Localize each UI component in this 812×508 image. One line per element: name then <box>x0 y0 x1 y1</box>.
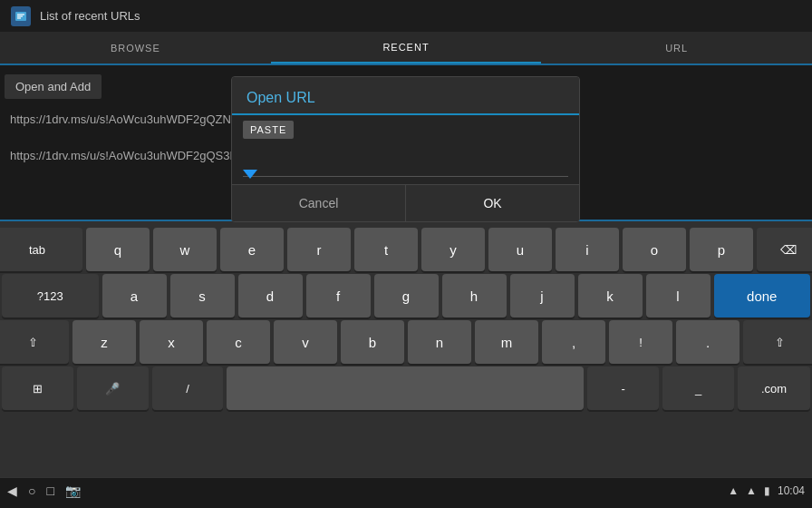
key-p[interactable]: p <box>690 228 753 271</box>
screenshot-icon[interactable]: 📷 <box>65 484 81 498</box>
key-y[interactable]: y <box>421 228 485 271</box>
key-j[interactable]: j <box>510 274 575 318</box>
key-f[interactable]: f <box>306 274 371 318</box>
key-emoji[interactable]: ⊞ <box>2 366 73 410</box>
key-b[interactable]: b <box>341 320 404 364</box>
key-k[interactable]: k <box>578 274 643 318</box>
keyboard-row-3: ⇧ z x c v b n m , ! . ⇧ <box>2 320 810 364</box>
key-done[interactable]: Done <box>714 274 811 318</box>
signal-icon: ▲ <box>728 484 739 497</box>
keyboard-row-2: ?123 a s d f g h j k l Done <box>2 274 810 318</box>
key-tab[interactable]: Tab <box>0 228 82 271</box>
key-u[interactable]: u <box>488 228 552 271</box>
key-v[interactable]: v <box>274 320 337 364</box>
cancel-button[interactable]: Cancel <box>232 185 405 221</box>
wifi-icon: ▲ <box>746 484 757 497</box>
key-d[interactable]: d <box>238 274 303 318</box>
tab-url[interactable]: URL <box>541 33 812 64</box>
dialog-buttons: Cancel OK <box>232 184 579 221</box>
key-c[interactable]: c <box>207 320 270 364</box>
key-h[interactable]: h <box>442 274 507 318</box>
key-l[interactable]: l <box>646 274 710 318</box>
key-s[interactable]: s <box>170 274 235 318</box>
key-o[interactable]: o <box>623 228 686 271</box>
key-excl[interactable]: ! <box>609 320 672 364</box>
key-underscore[interactable]: _ <box>662 366 734 410</box>
tab-bar: BROWSE RECENT URL <box>0 33 812 65</box>
dialog-input-area: PASTE <box>232 115 579 184</box>
app-icon <box>11 6 31 26</box>
dialog-title: Open URL <box>232 77 579 115</box>
window-title: List of recent URLs <box>40 9 140 23</box>
key-i[interactable]: i <box>556 228 619 271</box>
key-x[interactable]: x <box>140 320 203 364</box>
key-shift-left[interactable]: ⇧ <box>0 320 69 364</box>
key-dotcom[interactable]: .com <box>738 366 810 410</box>
key-z[interactable]: z <box>72 320 136 364</box>
title-bar: List of recent URLs <box>0 0 812 33</box>
status-info: ▲ ▲ ▮ 10:04 <box>728 484 805 497</box>
home-icon[interactable]: ○ <box>28 484 35 498</box>
clock: 10:04 <box>778 484 805 497</box>
tab-browse[interactable]: BROWSE <box>0 33 271 64</box>
ok-button[interactable]: OK <box>405 185 579 221</box>
key-slash[interactable]: / <box>152 366 224 410</box>
key-r[interactable]: r <box>287 228 351 271</box>
keyboard: Tab q w e r t y u i o p ⌫ ?123 a s d f g… <box>0 221 812 477</box>
keyboard-row-4: ⊞ 🎤 / - _ .com <box>2 366 810 410</box>
key-shift-right[interactable]: ⇧ <box>743 320 812 364</box>
key-q[interactable]: q <box>86 228 150 271</box>
key-space[interactable] <box>227 366 584 410</box>
key-delete[interactable]: ⌫ <box>757 228 812 271</box>
tab-recent[interactable]: RECENT <box>271 33 542 64</box>
status-nav: ◀ ○ □ 📷 <box>7 484 81 498</box>
text-cursor <box>243 170 257 179</box>
back-icon[interactable]: ◀ <box>7 484 17 498</box>
key-w[interactable]: w <box>153 228 217 271</box>
key-e[interactable]: e <box>220 228 284 271</box>
content-area: Open and Add https://1drv.ms/u/s!AoWcu3u… <box>0 65 812 220</box>
key-num[interactable]: ?123 <box>2 274 99 318</box>
keyboard-row-1: Tab q w e r t y u i o p ⌫ <box>2 228 810 271</box>
open-url-dialog: Open URL PASTE Cancel OK <box>231 76 580 222</box>
status-bar: ◀ ○ □ 📷 ▲ ▲ ▮ 10:04 <box>0 477 812 503</box>
recents-icon[interactable]: □ <box>46 484 53 498</box>
battery-icon: ▮ <box>764 484 770 497</box>
key-period[interactable]: . <box>676 320 740 364</box>
key-n[interactable]: n <box>408 320 471 364</box>
url-input[interactable] <box>243 155 568 177</box>
key-g[interactable]: g <box>374 274 439 318</box>
key-m[interactable]: m <box>475 320 538 364</box>
key-t[interactable]: t <box>354 228 418 271</box>
paste-button[interactable]: PASTE <box>243 121 294 139</box>
dialog-overlay: Open URL PASTE Cancel OK <box>0 65 812 220</box>
key-dash[interactable]: - <box>587 366 659 410</box>
key-a[interactable]: a <box>102 274 167 318</box>
key-mic[interactable]: 🎤 <box>77 366 149 410</box>
key-comma[interactable]: , <box>542 320 605 364</box>
